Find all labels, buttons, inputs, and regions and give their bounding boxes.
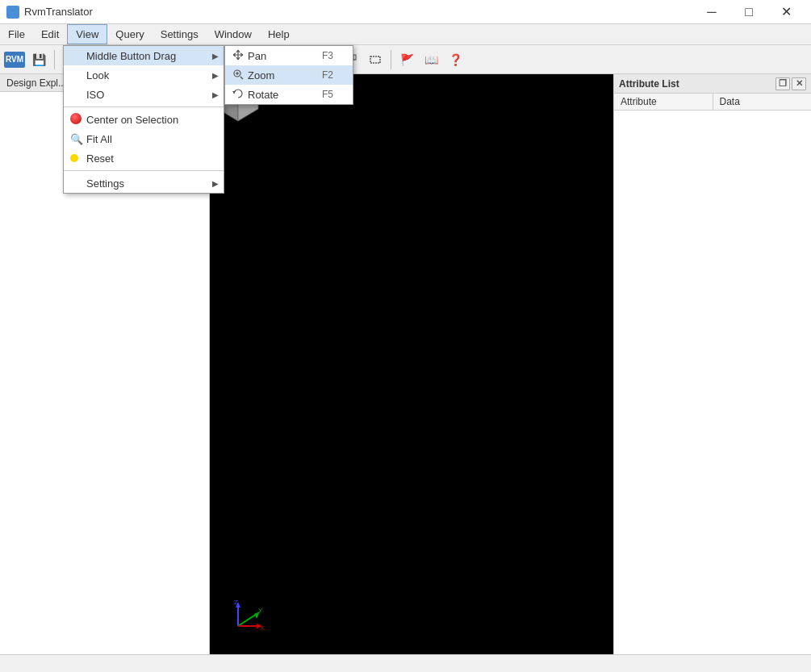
search-icon: 🔍 [216,53,230,66]
cube3-icon [160,52,174,67]
cube1-icon [111,52,126,67]
svg-text:X: X [260,624,265,632]
svg-rect-7 [168,61,172,65]
toolbar-rvm[interactable]: RVM [3,48,26,71]
titlebar-controls: ─ □ ✕ [693,0,805,24]
toolbar-cube3[interactable] [156,48,178,71]
toolbar-rect[interactable] [364,48,387,71]
flag-icon: 🚩 [400,53,414,66]
menu-edit[interactable]: Edit [33,24,67,44]
toolbar-save[interactable]: 💾 [27,48,50,71]
help-icon: ❓ [449,53,462,66]
svg-rect-1 [89,56,100,64]
rvm-icon: RVM [4,52,25,68]
main-area: Design Expl... TOP Z Y [0,74,811,654]
statusbar [0,654,811,672]
toolbar-cube2[interactable] [132,48,154,71]
menu-help[interactable]: Help [260,24,298,44]
toolbar-cursor[interactable] [316,48,338,71]
attr-table-header: Attribute Data [614,94,811,111]
menu-settings[interactable]: Settings [153,24,207,44]
menu-window[interactable]: Window [207,24,260,44]
svg-rect-5 [168,55,172,59]
cursor-icon [320,52,334,67]
restore-button[interactable]: ❐ [775,77,790,90]
select2-icon [344,52,358,67]
attribute-list-header: Attribute List ❐ ✕ [614,74,811,94]
toolbar-sep-4 [391,50,391,69]
toolbar-sep-1 [54,50,55,69]
toolbar-sphere[interactable] [267,48,290,71]
svg-point-12 [249,53,253,58]
left-panel: Design Expl... [0,74,210,654]
menu-query[interactable]: Query [107,24,152,44]
attribute-list-title: Attribute List [619,78,679,90]
svg-marker-3 [137,54,148,65]
app-title: RvmTranslator [24,6,93,18]
col-data: Data [713,94,812,110]
gear-icon: ⚙ [298,53,308,66]
toolbar-flag[interactable]: 🚩 [395,48,418,71]
box2-icon [87,52,102,67]
cube4-icon [184,52,199,67]
book-icon: 📖 [424,53,438,66]
navigation-cube[interactable]: TOP [210,74,266,131]
minimize-button[interactable]: ─ [693,0,730,24]
sphere-icon [271,52,286,67]
right-panel: Attribute List ❐ ✕ Attribute Data [613,74,811,654]
toolbar-gear[interactable]: ⚙ [291,48,314,71]
save-icon: 💾 [32,53,46,66]
close-panel-button[interactable]: ✕ [792,77,806,90]
menubar: File Edit View Query Settings Window Hel… [0,24,811,45]
design-explorer-tab[interactable]: Design Expl... [0,74,209,92]
svg-text:Y: Y [258,607,263,614]
svg-text:TOP: TOP [232,84,245,90]
cube2-icon [136,52,150,67]
toolbar-link[interactable] [236,48,258,71]
link-icon [240,52,254,67]
svg-rect-6 [162,61,166,65]
svg-rect-17 [353,55,356,60]
svg-rect-15 [330,55,332,56]
panel-controls: ❐ ✕ [775,77,806,90]
svg-line-26 [238,614,257,626]
svg-rect-18 [370,56,380,63]
svg-rect-0 [65,56,76,64]
maximize-button[interactable]: □ [730,0,767,24]
svg-marker-2 [113,54,124,65]
svg-point-13 [273,54,284,65]
toolbar: RVM 💾 🔍 [0,45,811,74]
toolbar-help[interactable]: ❓ [444,48,466,71]
col-attribute: Attribute [614,94,713,110]
app-icon [6,6,19,19]
svg-rect-4 [162,55,166,59]
toolbar-sep-3 [262,50,263,69]
menu-view[interactable]: View [67,24,107,44]
toolbar-sep-2 [207,50,207,69]
rect-icon [368,52,383,67]
viewport[interactable]: TOP Z Y X [210,74,613,654]
toolbar-search[interactable]: 🔍 [211,48,234,71]
svg-marker-14 [322,54,331,65]
toolbar-cube4[interactable] [180,48,203,71]
toolbar-cube1[interactable] [107,48,130,71]
toolbar-box1[interactable] [59,48,82,71]
axis-indicator: Z Y X [226,598,266,638]
titlebar: RvmTranslator ─ □ ✕ [0,0,811,24]
menu-file[interactable]: File [0,24,33,44]
toolbar-book[interactable]: 📖 [420,48,442,71]
svg-text:Z: Z [234,599,238,606]
close-button[interactable]: ✕ [767,0,805,24]
box1-icon [63,52,77,67]
toolbar-select2[interactable] [340,48,362,71]
toolbar-box2[interactable] [83,48,106,71]
titlebar-left: RvmTranslator [6,6,93,19]
